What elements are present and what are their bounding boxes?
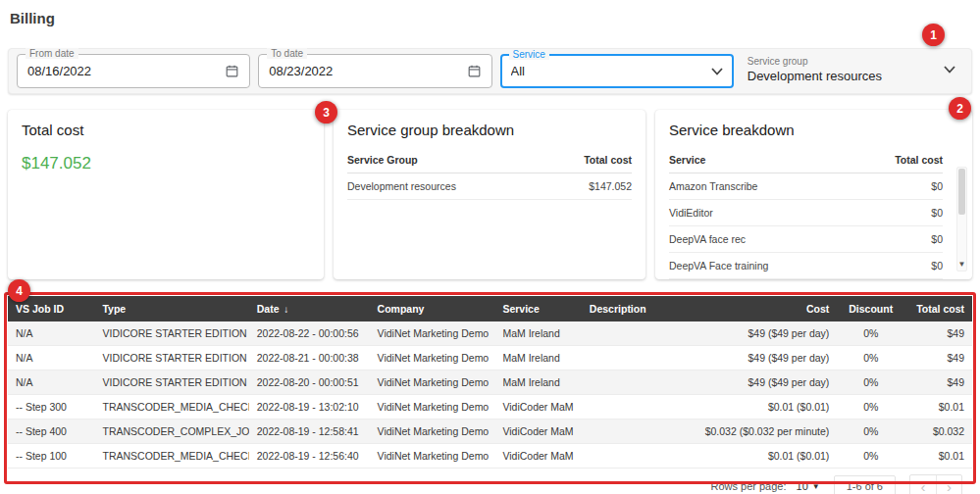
filter-bar: From date 08/16/2022 To date 08/23/2022 xyxy=(8,48,972,94)
calendar-icon[interactable] xyxy=(225,64,239,78)
table-cell: -- Step 100 xyxy=(8,444,94,469)
chevron-right-icon: › xyxy=(947,478,952,494)
rows-per-page-select[interactable]: 10 ▼ xyxy=(797,480,820,492)
table-cell: VidiNet Marketing Demo xyxy=(370,420,495,444)
from-date-field[interactable]: From date 08/16/2022 xyxy=(17,54,250,88)
column-label: Cost xyxy=(806,303,829,315)
table-cell: $0.01 xyxy=(904,444,972,469)
breakdown-header: Service Total cost xyxy=(669,148,943,173)
table-cell: N/A xyxy=(8,370,94,395)
chevron-down-icon[interactable] xyxy=(944,66,955,74)
service-group-breakdown-rows: Development resources$147.052 xyxy=(347,173,632,200)
total-cost-title: Total cost xyxy=(22,122,310,138)
table-row[interactable]: -- Step 100TRANSCODER_MEDIA_CHECK2022-08… xyxy=(8,444,972,469)
chevron-down-icon[interactable] xyxy=(711,68,723,75)
breakdown-header: Service Group Total cost xyxy=(347,148,632,173)
column-header-description[interactable]: Description xyxy=(582,296,673,321)
service-group-breakdown-title: Service group breakdown xyxy=(347,122,632,138)
breakdown-service-name: Amazon Transcribe xyxy=(669,180,757,192)
breakdown-total-cost: $0 xyxy=(931,180,943,192)
table-cell: MaM Ireland xyxy=(494,370,581,395)
caret-down-icon: ▼ xyxy=(812,482,820,491)
table-cell: 2022-08-19 - 12:56:40 xyxy=(249,444,370,469)
table-cell: $0.032 xyxy=(904,420,972,444)
table-cell: VIDICORE STARTER EDITION xyxy=(94,321,248,346)
annotation-marker-4: 4 xyxy=(8,279,30,302)
previous-page-button[interactable]: ‹ xyxy=(910,475,936,494)
column-header-type[interactable]: Type xyxy=(94,296,248,321)
scroll-down-icon[interactable]: ▼ xyxy=(957,259,966,271)
table-cell xyxy=(582,346,673,370)
from-date-label: From date xyxy=(26,48,78,59)
table-row[interactable]: -- Step 400TRANSCODER_COMPLEX_JOB2022-08… xyxy=(8,420,972,444)
to-date-field[interactable]: To date 08/23/2022 xyxy=(258,54,491,88)
table-cell xyxy=(582,321,673,346)
service-group-breakdown-card: Service group breakdown Service Group To… xyxy=(334,110,645,279)
breakdown-header-total: Total cost xyxy=(895,154,943,166)
table-cell: N/A xyxy=(8,346,94,370)
billing-page: Billing From date 08/16/2022 To date 08/… xyxy=(0,0,980,494)
table-cell: TRANSCODER_MEDIA_CHECK xyxy=(94,444,248,469)
total-cost-card: Total cost $147.052 xyxy=(8,110,324,279)
table-cell xyxy=(582,395,673,420)
table-cell: TRANSCODER_MEDIA_CHECK xyxy=(94,395,248,420)
jobs-table-header-row: VS Job IDTypeDate ↓CompanyServiceDescrip… xyxy=(8,296,972,321)
table-cell: VidiCoder MaM xyxy=(494,444,581,469)
breakdown-header-name: Service Group xyxy=(347,154,418,166)
service-value: All xyxy=(511,64,705,78)
table-cell: 0% xyxy=(837,444,904,469)
table-cell: $49 ($49 per day) xyxy=(673,370,837,395)
table-cell: $0.032 ($0.032 per minute) xyxy=(673,420,837,444)
table-cell: VIDICORE STARTER EDITION xyxy=(94,346,248,370)
service-select[interactable]: Service All xyxy=(500,54,734,88)
table-row[interactable]: -- Step 300TRANSCODER_MEDIA_CHECK2022-08… xyxy=(8,395,972,420)
scrollbar-thumb[interactable] xyxy=(958,169,965,215)
next-page-button[interactable]: › xyxy=(936,475,961,494)
service-breakdown-table: Service Total cost Amazon Transcribe$0Vi… xyxy=(669,148,958,279)
service-breakdown-title: Service breakdown xyxy=(669,122,958,138)
column-header-company[interactable]: Company xyxy=(370,296,495,321)
table-cell xyxy=(582,420,673,444)
column-header-date[interactable]: Date ↓ xyxy=(249,296,370,321)
table-cell: VidiNet Marketing Demo xyxy=(370,321,495,346)
table-cell: $49 xyxy=(904,321,972,346)
table-cell: VidiCoder MaM xyxy=(494,395,581,420)
scrollbar[interactable]: ▼ xyxy=(956,167,967,272)
total-cost-value: $147.052 xyxy=(22,154,310,173)
breakdown-row: Amazon Transcribe$0 xyxy=(669,173,943,200)
annotation-marker-2: 2 xyxy=(949,97,971,120)
column-header-total-cost[interactable]: Total cost xyxy=(904,296,972,321)
table-cell: N/A xyxy=(8,321,94,346)
table-cell: $49 xyxy=(904,346,972,370)
table-cell: MaM Ireland xyxy=(494,321,581,346)
service-breakdown-card: Service breakdown Service Total cost Ama… xyxy=(655,110,972,279)
table-cell: VidiNet Marketing Demo xyxy=(370,444,495,469)
column-label: Service xyxy=(502,303,539,315)
breakdown-total-cost: $0 xyxy=(931,207,943,219)
table-cell: VIDICORE STARTER EDITION xyxy=(94,370,248,395)
column-header-discount[interactable]: Discount xyxy=(837,296,904,321)
table-cell: 2022-08-19 - 13:02:10 xyxy=(249,395,370,420)
table-cell: $0.01 ($0.01) xyxy=(673,444,837,469)
table-cell: VidiCoder MaM xyxy=(494,420,581,444)
table-cell: $49 xyxy=(904,370,972,395)
column-label: Discount xyxy=(849,303,893,315)
table-row[interactable]: N/AVIDICORE STARTER EDITION2022-08-20 - … xyxy=(8,370,972,395)
service-group-breakdown-table: Service Group Total cost Development res… xyxy=(347,148,632,200)
sort-desc-icon: ↓ xyxy=(282,304,289,315)
table-row[interactable]: N/AVIDICORE STARTER EDITION2022-08-21 - … xyxy=(8,346,972,370)
breakdown-header-total: Total cost xyxy=(584,154,632,166)
table-cell: 0% xyxy=(837,370,904,395)
column-header-cost[interactable]: Cost xyxy=(673,296,837,321)
breakdown-total-cost: $147.052 xyxy=(589,180,632,192)
service-breakdown-rows: Amazon Transcribe$0VidiEditor$0DeepVA fa… xyxy=(669,173,943,279)
table-row[interactable]: N/AVIDICORE STARTER EDITION2022-08-22 - … xyxy=(8,321,972,346)
rows-per-page: Rows per page: 10 ▼ xyxy=(710,480,819,492)
service-label: Service xyxy=(509,49,549,60)
breakdown-row: DeepVA Face training$0 xyxy=(669,253,943,279)
column-header-service[interactable]: Service xyxy=(494,296,581,321)
calendar-icon[interactable] xyxy=(467,64,482,78)
service-group-select[interactable]: Service group Development resources xyxy=(742,54,963,88)
table-cell: VidiNet Marketing Demo xyxy=(370,395,495,420)
table-cell: 2022-08-22 - 00:00:56 xyxy=(249,321,370,346)
